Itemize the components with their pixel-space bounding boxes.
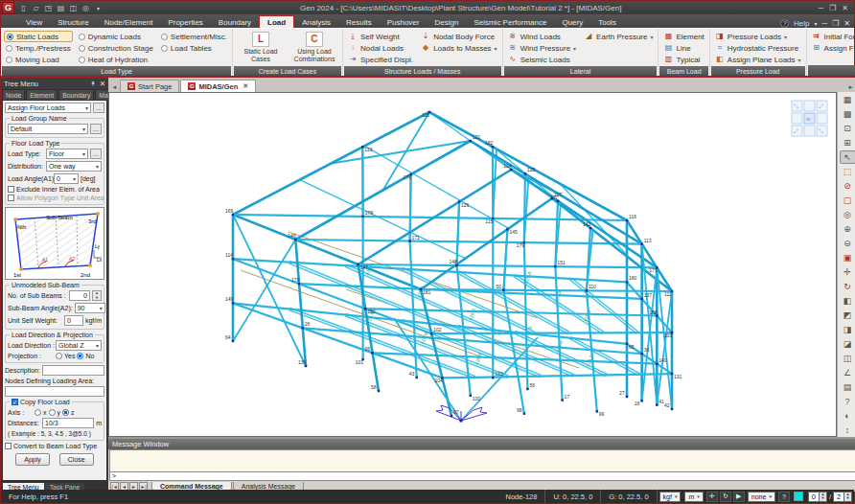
select-window-icon[interactable]: ⬚ (840, 165, 855, 178)
command-select[interactable]: Assign Floor Loads▾ (5, 103, 91, 113)
length-unit-select[interactable]: m▾ (684, 492, 703, 502)
help-label[interactable]: Help (794, 19, 809, 28)
ribbon-button-earth-pressure[interactable]: ◢Earth Pressure▾ (582, 31, 655, 42)
apply-button[interactable]: Apply (15, 453, 50, 466)
angle-view-icon[interactable]: ∠ (840, 366, 855, 379)
ribbon-tab-tools[interactable]: Tools (590, 15, 624, 28)
ribbon-button-hydrostatic-pressure[interactable]: ≈Hydrostatic Pressure (713, 42, 803, 54)
ribbon-tab-boundary[interactable]: Boundary (211, 15, 259, 28)
open-icon[interactable]: ▱ (31, 3, 41, 13)
print-icon[interactable]: ◫ (68, 3, 79, 13)
distribution-select[interactable]: One way▾ (46, 161, 102, 172)
qat-customize-icon[interactable]: ▾ (93, 3, 104, 13)
named-view-icon[interactable]: ▤ (840, 380, 855, 394)
load-type-radio-load-tables[interactable]: Load Tables (159, 42, 229, 54)
copy-floor-load-checkbox[interactable] (12, 399, 18, 405)
model-viewport[interactable]: +25.0+25.0+25.0+25.0+25.0+25.0+25.0+25.0… (108, 92, 837, 437)
value-b-spinner[interactable]: 2▲▼ (833, 492, 852, 502)
no-sub-beams-input[interactable]: 0 (69, 290, 90, 301)
panel-tab-element[interactable]: Element (26, 89, 58, 100)
load-type-radio-construction-stage[interactable]: Construction Stage (77, 42, 155, 54)
panel-tab-node[interactable]: Node (2, 89, 25, 100)
zoom-out-icon[interactable]: ⊖ (840, 237, 855, 250)
print-preview-icon[interactable]: ◎ (81, 3, 91, 13)
load-angle-select[interactable]: 0▾ (54, 173, 79, 184)
command-prompt[interactable]: > (109, 472, 855, 481)
convert-beam-checkbox[interactable] (5, 443, 12, 449)
value-a-spinner[interactable]: 0▲▼ (808, 492, 827, 502)
ribbon-tab-properties[interactable]: Properties (160, 15, 210, 28)
save-icon[interactable]: ▤ (56, 3, 66, 13)
load-type-browse-button[interactable]: … (90, 149, 102, 159)
tab-scroll-right-icon[interactable]: ► (846, 81, 855, 92)
sub-beam-angle-select[interactable]: 90▾ (75, 303, 105, 313)
snap-node-icon[interactable]: ⊡ (840, 122, 855, 135)
ribbon-button-initial-forces[interactable]: ⇉Initial Forces▾ (810, 31, 855, 42)
ribbon-button-wind-loads[interactable]: ≋Wind Loads (506, 31, 578, 42)
restore-button[interactable]: ❐ (829, 4, 836, 12)
ribbon-button-self-weight[interactable]: ⤓Self Weight (346, 31, 415, 42)
panel-tab-boundary[interactable]: Boundary (58, 89, 94, 100)
document-tab-midas-gen[interactable]: GMIDAS/Gen✕ (180, 80, 256, 92)
no-sub-beams-spinner[interactable]: ▲▼ (92, 290, 102, 301)
walk-through-icon[interactable]: ↕ (840, 424, 855, 437)
force-unit-select[interactable]: kgf▾ (659, 492, 682, 502)
ribbon-button-loads-to-masses[interactable]: ◆Loads to Masses▾ (419, 42, 499, 54)
new-icon[interactable]: ▯ (18, 3, 29, 13)
tab-scroll-left-icon[interactable]: ◄ (110, 81, 119, 92)
play-icon[interactable]: ▶ (733, 492, 745, 502)
rotate-mode-icon[interactable]: ↻ (720, 492, 731, 502)
view-top-icon[interactable]: ◩ (840, 309, 855, 322)
ribbon-tab-query[interactable]: Query (554, 15, 590, 28)
ribbon-tab-seismic-performance[interactable]: Seismic Performance (466, 15, 554, 28)
ribbon-tab-structure[interactable]: Structure (50, 15, 96, 28)
allow-polygon-checkbox[interactable] (8, 195, 14, 201)
context-help-icon[interactable]: ? (778, 492, 790, 502)
mdi-close-button[interactable]: ✕ (843, 19, 850, 28)
query-node-icon[interactable]: ? (840, 395, 855, 408)
ribbon-button-assign-plane-loads[interactable]: ◧Assign Plane Loads▾ (713, 54, 803, 65)
ribbon-tab-view[interactable]: View (18, 15, 50, 28)
view-right-icon[interactable]: ◪ (840, 337, 855, 351)
view-iso-icon[interactable]: ◫ (840, 352, 855, 365)
grid-icon[interactable]: ▦ (840, 93, 855, 106)
ribbon-button-line[interactable]: ▤Line (661, 42, 705, 54)
rotate-dynamic-icon[interactable]: ↻ (840, 280, 855, 293)
tab-close-icon[interactable]: ✕ (243, 82, 248, 90)
ribbon-button-pressure-loads[interactable]: ◨Pressure Loads▾ (713, 31, 803, 42)
pin-icon[interactable]: 🖈 (90, 80, 97, 87)
nodes-defining-input[interactable] (5, 386, 104, 397)
view-left-icon[interactable]: ◨ (840, 323, 855, 336)
zoom-window-icon[interactable]: ▢ (840, 194, 855, 207)
axis-y-radio[interactable] (49, 409, 56, 416)
pan-icon[interactable]: ✛ (840, 265, 855, 279)
exclude-inner-checkbox[interactable] (8, 186, 14, 193)
message-output[interactable] (109, 449, 855, 472)
ribbon-tab-node-element[interactable]: Node/Element (97, 15, 161, 28)
axis-z-radio[interactable] (62, 409, 69, 416)
projection-no-radio[interactable] (77, 353, 83, 359)
mdi-minimize-button[interactable]: ─ (821, 19, 827, 28)
load-type-radio-temp-prestress[interactable]: Temp./Prestress (4, 42, 73, 54)
ribbon-tab-analysis[interactable]: Analysis (294, 15, 338, 28)
load-direction-select[interactable]: Global Z▾ (56, 340, 102, 351)
zoom-in-icon[interactable]: ⊕ (840, 222, 855, 236)
command-browse-button[interactable]: … (93, 103, 104, 113)
import-icon[interactable]: ◳ (43, 3, 54, 13)
description-input[interactable] (42, 365, 104, 376)
ribbon-button-typical[interactable]: ▥Typical (661, 54, 705, 65)
load-type-radio-settlement-misc-[interactable]: Settlement/Misc. (159, 31, 229, 42)
close-button[interactable]: ✕ (842, 4, 848, 12)
ribbon-button-element[interactable]: ▦Element (661, 31, 705, 42)
view-front-icon[interactable]: ◧ (840, 294, 855, 308)
close-button-panel[interactable]: Close (59, 453, 94, 466)
app-logo-icon[interactable]: G (2, 2, 14, 14)
load-type-radio-moving-load[interactable]: Moving Load (4, 54, 73, 65)
color-swatch[interactable] (794, 492, 803, 501)
help-icon[interactable]: ? (780, 19, 789, 28)
ribbon-tab-results[interactable]: Results (338, 15, 380, 28)
point-grid-icon[interactable]: ▩ (840, 107, 855, 121)
using-load-combinations-button[interactable]: CUsing Load Combinations (289, 31, 339, 66)
unselect-icon[interactable]: ⊘ (840, 179, 855, 193)
zoom-fit-icon[interactable]: ▣ (840, 251, 855, 264)
